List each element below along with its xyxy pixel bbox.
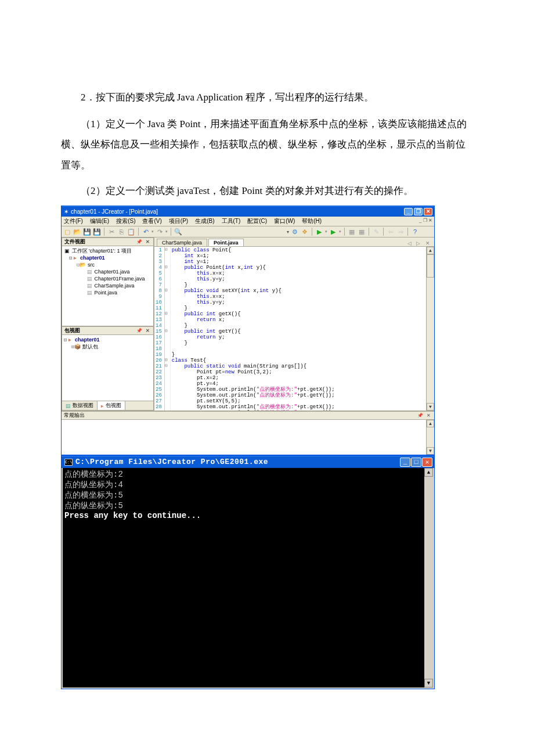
menu-window[interactable]: 窗口(W)	[274, 217, 295, 225]
output-scrollbar[interactable]: ▲ ▼	[426, 420, 434, 455]
maximize-button[interactable]: ❐	[414, 208, 423, 215]
console-scrollbar[interactable]: ▲ ▼	[424, 468, 433, 687]
build-icon[interactable]: ❖	[301, 228, 309, 236]
redo-icon[interactable]: ↷	[156, 228, 164, 236]
ide-title-text: chapter01 - JCreator - [Point.java]	[71, 208, 404, 215]
console-minimize[interactable]: _	[400, 458, 410, 467]
package-view-header: 包视图 📌 ✕	[62, 326, 154, 335]
jcreator-ide-window: ✶ chapter01 - JCreator - [Point.java] _ …	[61, 206, 435, 455]
cfg1-icon[interactable]: ▦	[348, 228, 356, 236]
menu-search[interactable]: 搜索(S)	[116, 217, 135, 225]
close-button[interactable]: ✕	[424, 208, 432, 215]
mdi-controls[interactable]: _ ❐ ✕	[419, 218, 432, 223]
open-icon[interactable]: 📂	[73, 228, 81, 236]
menu-edit[interactable]: 编辑(E)	[90, 217, 109, 225]
cut-icon[interactable]: ✂	[107, 228, 116, 236]
save-icon[interactable]: 💾	[83, 228, 91, 236]
paste-icon[interactable]: 📋	[127, 228, 135, 236]
editor-scrollbar[interactable]: ▲ ▼	[426, 247, 434, 411]
menu-build[interactable]: 生成(B)	[195, 217, 214, 225]
menu-file[interactable]: 文件(F)	[64, 217, 83, 225]
editor-tabs: CharSample.java Point.java ◁ ▷ ✕	[154, 237, 434, 247]
question-2-para-1: （1）定义一个 Java 类 Point，用来描述平面直角坐标系中点的坐标，该类…	[61, 114, 473, 176]
menu-view[interactable]: 查看(V)	[142, 217, 161, 225]
output-header: 常规输出 📌 ✕	[62, 412, 434, 420]
menu-config[interactable]: 配置(C)	[247, 217, 267, 225]
console-output[interactable]: 点的横坐标为:2 点的纵坐标为:4 点的横坐标为:5 点的纵坐标为:5 Pres…	[62, 468, 434, 689]
tab-point[interactable]: Point.java	[208, 239, 244, 246]
console-titlebar: C:\ C:\Program Files\JCreator Pro\GE2001…	[62, 456, 434, 468]
save-all-icon[interactable]: 💾	[93, 228, 101, 236]
package-view-tree[interactable]: ⊟▸ chapter01 ⊞📦 默认包	[62, 335, 154, 401]
compile-icon[interactable]: ⚙	[291, 228, 299, 236]
ide-toolbar: ▢ 📂 💾 💾 ✂ ⎘ 📋 ↶ ▾ ↷ ▾ 🔍 ▾ ⚙ ❖ ▶ ▾ ▶ ▾ ▦ …	[62, 226, 434, 237]
fwd-icon[interactable]: ⇒	[396, 228, 405, 236]
tab-charsample[interactable]: CharSample.java	[157, 239, 207, 246]
line-gutter: 1 2 3 4 5 6 7 8 9 10 11 12 13 14 15 16 1…	[154, 247, 165, 411]
cfg2-icon[interactable]: ▦	[358, 228, 366, 236]
code-editor[interactable]: 1 2 3 4 5 6 7 8 9 10 11 12 13 14 15 16 1…	[154, 247, 434, 411]
cmd-icon: C:\	[64, 459, 73, 466]
ide-titlebar: ✶ chapter01 - JCreator - [Point.java] _ …	[62, 206, 434, 217]
fold-gutter[interactable]: ⊟ ⊟ ⊟ ⊟ ⊟ ⊟ ⊟	[165, 247, 171, 411]
file-view-header: 文件视图 📌 ✕	[62, 237, 154, 246]
help-icon[interactable]: ?	[411, 228, 419, 236]
question-2-para-2: （2）定义一个测试类 javaTest，创建 Point 类的对象并对其进行有关…	[61, 181, 473, 201]
editor-tab-nav[interactable]: ◁ ▷ ✕	[407, 240, 432, 246]
run-project-icon[interactable]: ▶	[329, 228, 337, 236]
console-close[interactable]: ✕	[422, 458, 432, 467]
output-body[interactable]: ▲ ▼	[62, 420, 434, 455]
output-pin[interactable]: 📌 ✕	[417, 413, 432, 418]
data-view-tab[interactable]: ▤数据视图	[62, 401, 98, 410]
run-icon[interactable]: ▶	[315, 228, 323, 236]
undo-icon[interactable]: ↶	[142, 228, 150, 236]
menu-tools[interactable]: 工具(T)	[222, 217, 241, 225]
wizard-icon[interactable]: ✎	[372, 228, 380, 236]
minimize-button[interactable]: _	[404, 208, 413, 215]
package-view-tab[interactable]: ▸包视图	[98, 401, 125, 410]
question-2-title: 2．按下面的要求完成 Java Application 程序，写出程序的运行结果…	[61, 87, 473, 108]
back-icon[interactable]: ⇐	[387, 228, 395, 236]
console-title: C:\Program Files\JCreator Pro\GE2001.exe	[75, 458, 400, 466]
find-icon[interactable]: 🔍	[174, 228, 182, 236]
copy-icon[interactable]: ⎘	[117, 228, 125, 236]
file-view-pin[interactable]: 📌 ✕	[136, 239, 151, 244]
menu-help[interactable]: 帮助(H)	[302, 217, 322, 225]
console-window: C:\ C:\Program Files\JCreator Pro\GE2001…	[61, 455, 435, 689]
code-content[interactable]: public class Point{ int x=1; int y=1; pu…	[171, 247, 426, 411]
new-file-icon[interactable]: ▢	[63, 228, 71, 236]
pkg-view-pin[interactable]: 📌 ✕	[136, 328, 151, 333]
console-maximize[interactable]: □	[411, 458, 421, 467]
menu-project[interactable]: 项目(P)	[169, 217, 188, 225]
ide-menubar: 文件(F) 编辑(E) 搜索(S) 查看(V) 项目(P) 生成(B) 工具(T…	[62, 217, 434, 226]
file-view-tree[interactable]: ▣ 工作区 'chapter01': 1 项目 ⊟▸ chapter01 ⊟📂 …	[62, 246, 154, 326]
